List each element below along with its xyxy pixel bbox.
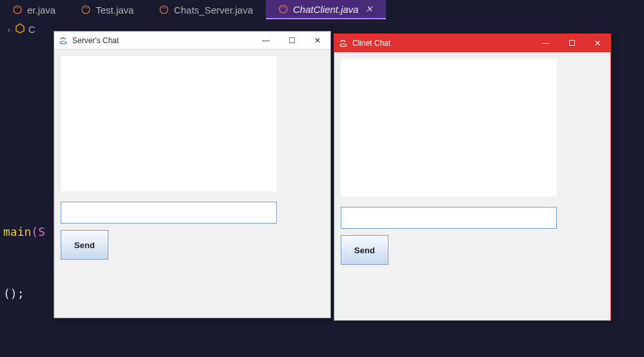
window-body: Send bbox=[54, 50, 330, 266]
breadcrumb-text: C bbox=[28, 24, 35, 35]
code-token: (S bbox=[31, 225, 45, 238]
window-title: Server's Chat bbox=[72, 36, 253, 45]
tab-chatclient[interactable]: ChatClient.java ✕ bbox=[266, 0, 386, 19]
close-button[interactable]: ✕ bbox=[585, 34, 610, 52]
svg-point-5 bbox=[340, 44, 347, 46]
editor-tabs: er.java Test.java Chats_Server.java Chat… bbox=[0, 0, 644, 19]
java-icon bbox=[81, 5, 90, 14]
window-controls: — ☐ ✕ bbox=[253, 32, 330, 49]
tab-label: Chats_Server.java bbox=[174, 5, 253, 15]
window-controls: — ☐ ✕ bbox=[533, 34, 610, 52]
send-button[interactable]: Send bbox=[341, 235, 388, 265]
client-chat-window[interactable]: Clinet Chat — ☐ ✕ Send bbox=[334, 34, 611, 321]
titlebar[interactable]: Clinet Chat — ☐ ✕ bbox=[334, 34, 610, 52]
java-app-icon bbox=[58, 35, 68, 46]
message-input[interactable] bbox=[341, 207, 557, 229]
svg-point-3 bbox=[279, 5, 287, 13]
chat-log-area[interactable] bbox=[61, 56, 277, 191]
titlebar[interactable]: Server's Chat — ☐ ✕ bbox=[54, 32, 330, 50]
java-icon bbox=[13, 5, 22, 14]
code-token: main bbox=[3, 225, 31, 238]
method-icon bbox=[14, 23, 26, 36]
window-title: Clinet Chat bbox=[352, 39, 533, 48]
code-token: (); bbox=[3, 287, 25, 300]
server-chat-window[interactable]: Server's Chat — ☐ ✕ Send bbox=[54, 31, 331, 318]
breadcrumb-sep: › bbox=[7, 24, 10, 35]
tab-label: ChatClient.java bbox=[293, 4, 359, 15]
tab-chats-server[interactable]: Chats_Server.java bbox=[146, 0, 266, 19]
svg-point-0 bbox=[14, 6, 21, 14]
maximize-button[interactable]: ☐ bbox=[279, 32, 305, 49]
java-icon bbox=[159, 5, 168, 14]
java-icon bbox=[279, 5, 288, 14]
message-input[interactable] bbox=[61, 202, 277, 224]
chat-log-area[interactable] bbox=[341, 59, 557, 197]
send-button[interactable]: Send bbox=[61, 230, 108, 260]
minimize-button[interactable]: — bbox=[533, 34, 559, 52]
java-app-icon bbox=[338, 38, 348, 48]
svg-point-1 bbox=[82, 6, 90, 14]
tab-label: er.java bbox=[27, 5, 55, 15]
svg-point-2 bbox=[160, 6, 168, 14]
window-body: Send bbox=[334, 52, 610, 271]
tab-label: Test.java bbox=[96, 5, 134, 15]
tab-test[interactable]: Test.java bbox=[68, 0, 146, 19]
close-button[interactable]: ✕ bbox=[305, 32, 330, 49]
tab-er[interactable]: er.java bbox=[0, 0, 68, 19]
close-icon[interactable]: ✕ bbox=[365, 4, 373, 14]
minimize-button[interactable]: — bbox=[253, 32, 279, 49]
maximize-button[interactable]: ☐ bbox=[559, 34, 585, 52]
svg-point-4 bbox=[60, 41, 66, 44]
